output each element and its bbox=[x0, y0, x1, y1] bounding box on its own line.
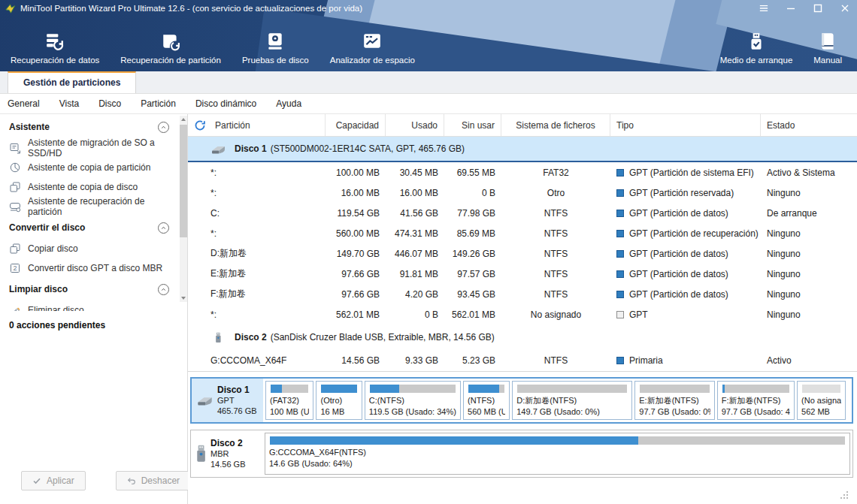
column-header-sin-usar[interactable]: Sin usar bbox=[444, 114, 501, 136]
app-logo-icon bbox=[5, 3, 16, 14]
map-partition-label: (NTFS) bbox=[468, 395, 505, 406]
sidebar-item-copiar-disco[interactable]: Copiar disco bbox=[9, 239, 177, 258]
table-header: ParticiónCapacidadUsadoSin usarSistema d… bbox=[188, 114, 857, 137]
cell-tipo-text: GPT (Partición de recuperación) bbox=[629, 228, 759, 239]
sidebar-section-asistente[interactable]: Asistente bbox=[9, 116, 177, 138]
sidebar-item-asistente-de-recuperacion-de-particion[interactable]: Asistente de recuperación de partición bbox=[9, 197, 177, 216]
toolbar-item-label: Analizador de espacio bbox=[330, 56, 415, 65]
close-button[interactable] bbox=[839, 3, 851, 14]
cell-sinusar: 562.01 MB bbox=[444, 309, 501, 320]
disk-map-row-disco-1[interactable]: Disco 1GPT465.76 GB(FAT32)100 MB (Usado:… bbox=[190, 377, 853, 424]
map-partition-otro[interactable]: (Otro)16 MB bbox=[316, 381, 362, 420]
usage-bar bbox=[802, 385, 840, 393]
cell-capacidad: 97.66 GB bbox=[326, 269, 386, 279]
column-header-sistema-de-ficheros[interactable]: Sistema de ficheros bbox=[501, 114, 610, 136]
scroll-up-icon[interactable] bbox=[180, 116, 187, 123]
cell-fs: NTFS bbox=[501, 355, 610, 366]
toolbar-item-recuperacion-de-datos[interactable]: Recuperación de datos bbox=[3, 30, 107, 66]
table-row-[interactable]: *:16.00 MB16.00 MB0 BOtroGPT (Partición … bbox=[188, 183, 857, 203]
disk-group-header-disco-2[interactable]: Disco 2(SanDisk Cruzer Blade USB, Extrai… bbox=[188, 324, 857, 350]
menu-button[interactable] bbox=[758, 3, 770, 14]
disk-map-label-disco-1[interactable]: Disco 1GPT465.76 GB bbox=[192, 379, 263, 422]
disk-map-scheme: MBR bbox=[210, 449, 245, 460]
map-partition-f-ntfs[interactable]: F:新加卷(NTFS)97.7 GB (Usado: 4%) bbox=[717, 381, 795, 420]
disk-name: Disco 1 bbox=[235, 143, 267, 154]
map-partition-g-cccoma-x64f-ntfs[interactable]: G:CCCOMA_X64F(NTFS)14.6 GB (Usado: 64%) bbox=[265, 433, 850, 475]
partition-type-square-icon bbox=[616, 189, 624, 197]
table-row-[interactable]: *:562.01 MB0 B562.01 MBNo asignadoGPTNin… bbox=[188, 304, 857, 324]
map-partition-c-ntfs[interactable]: C:(NTFS)119.5 GB (Usado: 34%) bbox=[365, 381, 461, 420]
table-row-[interactable]: *:560.00 MB474.31 MB85.69 MBNTFSGPT (Par… bbox=[188, 223, 857, 243]
column-header-tipo[interactable]: Tipo bbox=[610, 114, 761, 136]
scrollbar-thumb[interactable] bbox=[180, 125, 187, 237]
cell-particion: D:新加卷 bbox=[188, 247, 326, 260]
undo-button[interactable]: Deshacer bbox=[116, 471, 191, 490]
resize-grip-icon[interactable] bbox=[840, 490, 849, 499]
partition-type-square-icon bbox=[616, 210, 624, 217]
table-row-d[interactable]: D:新加卷149.70 GB446.07 MB149.26 GBNTFSGPT … bbox=[188, 243, 857, 264]
sidebar-item-eliminar-disco[interactable]: Eliminar disco bbox=[9, 300, 177, 311]
column-header-estado[interactable]: Estado bbox=[761, 114, 857, 136]
menu-item-general[interactable]: General bbox=[8, 98, 40, 109]
menu-item-disco-dinamico[interactable]: Disco dinámico bbox=[195, 98, 256, 109]
tab-gestion-de-particiones[interactable]: Gestión de particiones bbox=[8, 71, 136, 93]
sidebar-item-asistente-de-migracion-de-so-a-ssd-hd[interactable]: Asistente de migración de SO a SSD/HD bbox=[9, 138, 177, 158]
cell-sinusar: 97.57 GB bbox=[444, 269, 501, 279]
sidebar-section-title: Limpiar disco bbox=[9, 284, 68, 294]
map-partition-no-asignado[interactable]: (No asignado)562 MB bbox=[797, 381, 845, 420]
erase-disk-icon bbox=[9, 304, 21, 311]
sidebar-item-asistente-de-copia-de-disco[interactable]: Asistente de copia de disco bbox=[9, 177, 177, 197]
map-partition-size: 562 MB bbox=[801, 406, 840, 418]
toolbar-item-pruebas-de-disco[interactable]: Pruebas de disco bbox=[235, 30, 316, 66]
usage-bar-fill bbox=[370, 385, 399, 393]
sidebar-buttons: Aplicar Deshacer bbox=[0, 471, 187, 504]
table-row-c[interactable]: C:119.54 GB41.56 GB77.98 GBNTFSGPT (Part… bbox=[188, 203, 857, 223]
partition-recovery-icon bbox=[161, 32, 180, 51]
map-partition-d-ntfs[interactable]: D:新加卷(NTFS)149.7 GB (Usado: 0%) bbox=[512, 381, 632, 420]
scroll-down-icon[interactable] bbox=[180, 294, 187, 302]
toolbar-item-analizador-de-espacio[interactable]: Analizador de espacio bbox=[323, 30, 422, 66]
menu-item-disco[interactable]: Disco bbox=[98, 98, 121, 109]
column-header-particion[interactable]: Partición bbox=[188, 114, 326, 136]
table-row-g-cccoma-x64f[interactable]: G:CCCOMA_X64F14.56 GB9.33 GB5.23 GBNTFSP… bbox=[188, 350, 857, 370]
collapse-chevron-icon[interactable] bbox=[158, 284, 169, 295]
map-partition-ntfs[interactable]: (NTFS)560 MB (Usado: 85%) bbox=[463, 381, 510, 420]
column-header-capacidad[interactable]: Capacidad bbox=[326, 114, 386, 136]
menu-item-particion[interactable]: Partición bbox=[141, 98, 176, 109]
toolbar-item-recuperacion-de-particion[interactable]: Recuperación de partición bbox=[113, 30, 229, 66]
cell-capacidad: 119.54 GB bbox=[326, 208, 386, 219]
sidebar-section-convertir-el-disco[interactable]: Convertir el disco bbox=[9, 216, 177, 239]
collapse-chevron-icon[interactable] bbox=[158, 122, 169, 133]
table-row-[interactable]: *:100.00 MB30.45 MB69.55 MBFAT32GPT (Par… bbox=[188, 162, 857, 183]
table-row-f[interactable]: F:新加卷97.66 GB4.20 GB93.45 GBNTFSGPT (Par… bbox=[188, 284, 857, 304]
apply-button[interactable]: Aplicar bbox=[21, 471, 86, 490]
toolbar-item-manual[interactable]: Manual bbox=[806, 30, 849, 66]
disk-map-row-disco-2[interactable]: Disco 2MBR14.56 GBG:CCCOMA_X64F(NTFS)14.… bbox=[190, 430, 853, 478]
menu-item-vista[interactable]: Vista bbox=[59, 98, 79, 109]
disk-map-label-disco-2[interactable]: Disco 2MBR14.56 GB bbox=[191, 430, 262, 477]
toolbar-item-medio-de-arranque[interactable]: Medio de arranque bbox=[713, 30, 801, 66]
collapse-chevron-icon[interactable] bbox=[158, 222, 169, 234]
disk-group-header-disco-1[interactable]: Disco 1(ST500DM002-1ER14C SATA, GPT, 465… bbox=[188, 137, 857, 162]
map-partition-fat32[interactable]: (FAT32)100 MB (Usado: 30%) bbox=[265, 381, 313, 420]
sidebar-section-limpiar-disco[interactable]: Limpiar disco bbox=[9, 278, 177, 300]
menu-item-ayuda[interactable]: Ayuda bbox=[276, 98, 301, 109]
cell-fs: NTFS bbox=[501, 269, 610, 279]
minimize-button[interactable] bbox=[785, 3, 797, 14]
refresh-icon[interactable] bbox=[194, 119, 206, 131]
sidebar-item-asistente-de-copia-de-particion[interactable]: Asistente de copia de partición bbox=[9, 158, 177, 177]
maximize-button[interactable] bbox=[812, 3, 824, 14]
column-header-label: Sin usar bbox=[462, 120, 495, 131]
column-header-usado[interactable]: Usado bbox=[386, 114, 444, 136]
partition-type-square-icon bbox=[616, 311, 624, 318]
disk-info: (ST500DM002-1ER14C SATA, GPT, 465.76 GB) bbox=[271, 143, 465, 154]
sidebar-scrollbar[interactable] bbox=[180, 116, 187, 302]
cell-usado: 91.81 MB bbox=[386, 269, 444, 279]
map-partition-e-ntfs[interactable]: E:新加卷(NTFS)97.7 GB (Usado: 0%) bbox=[634, 381, 714, 420]
cell-estado: Ninguno bbox=[761, 309, 857, 320]
header-banner: MiniTool Partition Wizard Pro Ultimate 1… bbox=[0, 0, 857, 71]
sidebar-item-convertir-disco-gpt-a-disco-mbr[interactable]: 2Convertir disco GPT a disco MBR bbox=[9, 258, 177, 278]
cell-particion: *: bbox=[188, 167, 326, 178]
table-row-e[interactable]: E:新加卷97.66 GB91.81 MB97.57 GBNTFSGPT (Pa… bbox=[188, 264, 857, 284]
cell-tipo-text: GPT (Partición de datos) bbox=[629, 269, 728, 279]
